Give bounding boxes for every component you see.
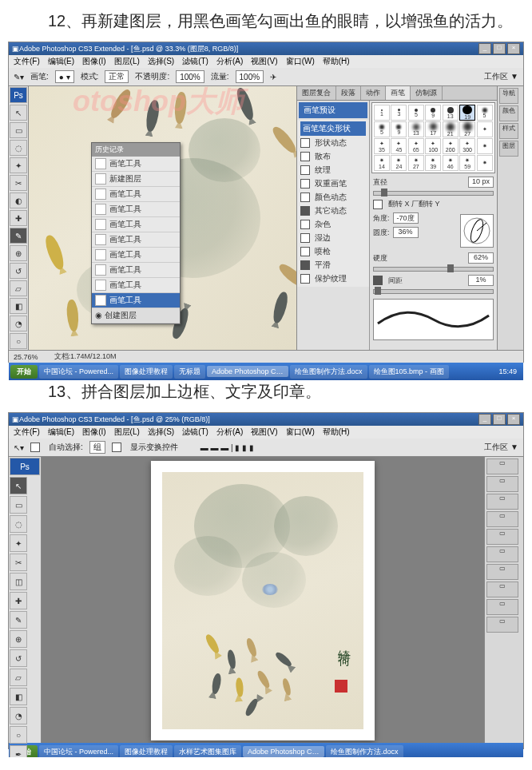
lasso-tool[interactable]: ◌: [10, 515, 27, 533]
lasso-tool[interactable]: ◌: [10, 140, 27, 156]
eyedropper-tool[interactable]: ◐: [10, 192, 27, 208]
task-item[interactable]: 中国论坛 - Powered...: [39, 745, 118, 758]
history-item[interactable]: 新建图层: [92, 172, 180, 187]
panel-icon[interactable]: ▭: [486, 458, 518, 474]
align-icons[interactable]: ▬ ▬ ▬ | ▮ ▮ ▮: [200, 443, 254, 452]
menu-layer[interactable]: 图层(L): [114, 56, 140, 67]
wet-edges[interactable]: 湿边: [300, 232, 366, 244]
menu-edit[interactable]: 编辑(E): [48, 427, 74, 438]
canvas-area-2[interactable]: 绮 荷: [42, 457, 484, 743]
history-item[interactable]: 画笔工具: [92, 278, 180, 293]
workspace-dropdown[interactable]: 工作区 ▼: [484, 71, 518, 82]
panel-icon[interactable]: ▭: [486, 599, 518, 615]
crop-tool[interactable]: ✂: [10, 554, 27, 571]
task-item-active[interactable]: Adobe Photoshop CS3: [207, 366, 288, 377]
stamp-tool[interactable]: ⊕: [10, 630, 27, 648]
color-icon[interactable]: 颜色: [499, 105, 518, 121]
history-brush-tool[interactable]: ↺: [10, 263, 27, 279]
dual-brush[interactable]: 双重画笔: [300, 177, 366, 190]
tab-actions[interactable]: 动作: [361, 86, 386, 100]
task-item[interactable]: 绘鱼图制作方法.docx: [326, 745, 403, 758]
shape-dynamics[interactable]: 形状动态: [300, 137, 366, 149]
flyout-footer[interactable]: ◉ 创建图层: [92, 308, 180, 323]
styles-icon[interactable]: 样式: [499, 123, 518, 139]
tab-brush[interactable]: 画笔: [386, 86, 411, 100]
texture[interactable]: 纹理: [300, 164, 366, 177]
protect-texture[interactable]: 保护纹理: [300, 272, 366, 285]
history-brush-tool[interactable]: ↺: [10, 649, 27, 667]
menu-window[interactable]: 窗口(W): [286, 56, 315, 67]
brush-thumb[interactable]: ✷: [477, 138, 493, 154]
brush-thumb[interactable]: 21: [443, 121, 459, 137]
menu-view[interactable]: 视图(V): [251, 427, 277, 438]
menu-analysis[interactable]: 分析(A): [216, 56, 243, 67]
panel-icon[interactable]: ▭: [486, 476, 518, 492]
stamp-tool[interactable]: ⊕: [10, 245, 27, 261]
brush-thumb[interactable]: 9: [425, 105, 441, 121]
healing-tool[interactable]: ✚: [10, 210, 27, 226]
diameter-slider[interactable]: [373, 191, 494, 196]
spacing-slider[interactable]: [373, 289, 494, 294]
brush-thumb[interactable]: 5: [374, 121, 390, 137]
history-item[interactable]: 画笔工具: [92, 232, 180, 248]
hardness-input[interactable]: 62%: [468, 252, 494, 264]
brush-thumb[interactable]: ✦300: [459, 138, 475, 154]
brush-thumb[interactable]: 13: [443, 105, 459, 121]
color-dynamics[interactable]: 颜色动态: [300, 191, 366, 204]
panel-icon[interactable]: ▭: [486, 494, 518, 510]
brush-presets-header[interactable]: 画笔预设: [299, 102, 367, 118]
menu-file[interactable]: 文件(F): [14, 427, 40, 438]
brush-picker[interactable]: ● ▾: [55, 70, 74, 83]
diameter-input[interactable]: 10 px: [468, 177, 494, 188]
start-button[interactable]: 开始: [10, 365, 38, 379]
marquee-tool[interactable]: ▭: [10, 496, 27, 514]
canvas-area[interactable]: 历史记录 画笔工具 新建图层 画笔工具 画笔工具 画笔工具 画笔工具 画笔工具 …: [29, 86, 296, 350]
menu-file[interactable]: 文件(F): [14, 56, 40, 67]
brush-thumb[interactable]: ✷14: [374, 155, 390, 171]
minimize-button[interactable]: _: [478, 43, 491, 54]
brush-tool[interactable]: ✎: [10, 228, 27, 244]
brush-thumb[interactable]: ✦: [477, 121, 493, 137]
tab-clone-source[interactable]: 仿制源: [411, 86, 443, 100]
history-item[interactable]: 画笔工具: [92, 263, 180, 278]
brush-thumb[interactable]: ✷39: [425, 155, 441, 171]
brush-thumb[interactable]: ✷: [477, 155, 493, 171]
navigator-icon[interactable]: 导航: [499, 88, 518, 104]
task-item-active[interactable]: Adobe Photoshop CS3: [243, 746, 324, 757]
minimize-button[interactable]: _: [478, 414, 491, 425]
brush-thumb[interactable]: ✦200: [443, 138, 459, 154]
other-dynamics[interactable]: 其它动态: [300, 204, 366, 217]
menu-select[interactable]: 选择(S): [148, 427, 174, 438]
tab-layer-comp[interactable]: 图层复合: [297, 86, 336, 100]
crop-tool[interactable]: ✂: [10, 175, 27, 191]
smoothing[interactable]: 平滑: [300, 259, 366, 272]
menu-help[interactable]: 帮助(H): [323, 427, 350, 438]
panel-icon[interactable]: ▭: [486, 511, 518, 527]
panel-icon[interactable]: ▭: [486, 581, 518, 597]
brush-tip-shape[interactable]: 画笔笔尖形状: [300, 121, 366, 136]
history-item[interactable]: 画笔工具: [92, 187, 180, 202]
wand-tool[interactable]: ✦: [10, 157, 27, 173]
gradient-tool[interactable]: ◧: [10, 298, 27, 314]
airbrush-icon[interactable]: ✈: [270, 73, 276, 81]
brush-tool[interactable]: ✎: [10, 611, 27, 629]
task-item[interactable]: 中国论坛 - Powered...: [39, 365, 118, 379]
slice-tool[interactable]: ◫: [10, 573, 27, 590]
menu-image[interactable]: 图像(I): [82, 56, 105, 67]
close-button[interactable]: ×: [507, 414, 520, 425]
opacity-input[interactable]: 100%: [176, 70, 204, 83]
dodge-tool[interactable]: ○: [10, 726, 27, 744]
maximize-button[interactable]: □: [493, 43, 506, 54]
task-item[interactable]: 无标题: [174, 365, 205, 379]
brush-thumb[interactable]: 3: [391, 105, 407, 121]
brush-thumb[interactable]: 27: [459, 121, 475, 137]
blur-tool[interactable]: ◔: [10, 316, 27, 331]
brush-thumb[interactable]: ✷27: [408, 155, 424, 171]
menu-edit[interactable]: 编辑(E): [48, 56, 74, 67]
menu-view[interactable]: 视图(V): [251, 56, 277, 67]
history-item[interactable]: 画笔工具: [92, 157, 180, 172]
brush-thumb[interactable]: 5: [477, 105, 493, 121]
brush-thumb[interactable]: 9: [391, 121, 407, 137]
pen-tool[interactable]: ✒: [10, 745, 27, 757]
scattering[interactable]: 散布: [300, 150, 366, 163]
